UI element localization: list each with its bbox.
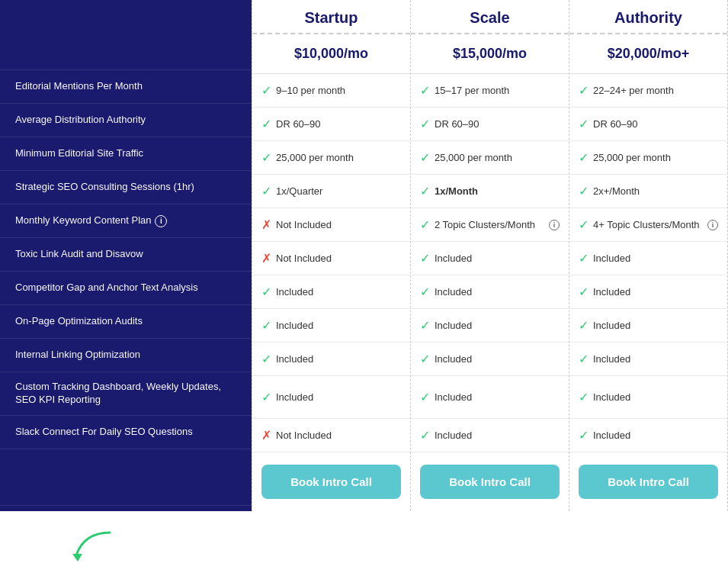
feature-label-tracking-dashboard: Custom Tracking Dashboard, Weekly Update… — [15, 381, 236, 407]
feature-rows: Editorial Mentions Per MonthAverage Dist… — [0, 31, 252, 506]
check-icon: ✓ — [579, 285, 588, 299]
check-icon: ✓ — [579, 150, 588, 165]
cell-text-startup-0: 9–10 per month — [276, 85, 401, 96]
check-icon: ✓ — [420, 184, 430, 198]
check-icon: ✓ — [261, 117, 271, 131]
check-icon: ✓ — [579, 184, 588, 198]
cell-text-authority-4: 4+ Topic Clusters/Month — [593, 219, 701, 230]
cell-text-startup-10: Not Included — [276, 430, 401, 441]
cross-icon: ✗ — [261, 217, 271, 232]
check-icon: ✓ — [261, 352, 271, 366]
check-icon: ✓ — [420, 428, 430, 442]
cell-text-scale-5: Included — [435, 253, 560, 264]
cell-text-scale-6: Included — [435, 286, 560, 298]
cell-text-scale-0: 15–17 per month — [435, 85, 560, 96]
page-wrapper: Editorial Mentions Per MonthAverage Dist… — [0, 0, 728, 576]
sidebar-title — [0, 0, 252, 31]
feature-row-seo-consulting: Strategic SEO Consulting Sessions (1hr) — [0, 171, 252, 204]
check-icon: ✓ — [420, 150, 430, 165]
book-btn-scale[interactable]: Book Intro Call — [420, 465, 560, 499]
plan-cell-scale-2: ✓25,000 per month — [411, 141, 569, 175]
plan-cell-startup-7: ✓Included — [252, 309, 410, 343]
cell-text-scale-9: Included — [435, 391, 560, 403]
book-btn-startup[interactable]: Book Intro Call — [261, 465, 401, 499]
plan-cell-scale-5: ✓Included — [411, 242, 569, 275]
check-icon: ✓ — [420, 83, 430, 98]
feature-row-internal-linking: Internal Linking Optimization — [0, 339, 252, 372]
sidebar-btn-spacer — [0, 449, 252, 506]
plan-cell-startup-3: ✓1x/Quarter — [252, 175, 410, 208]
cell-text-scale-3: 1x/Month — [435, 185, 560, 197]
feature-label-slack-connect: Slack Connect For Daily SEO Questions — [15, 426, 193, 439]
plan-cell-scale-8: ✓Included — [411, 343, 569, 376]
svg-marker-0 — [72, 554, 82, 562]
plan-cell-scale-0: ✓15–17 per month — [411, 74, 569, 108]
info-icon-keyword-content: i — [155, 215, 167, 227]
plan-cell-scale-7: ✓Included — [411, 309, 569, 343]
plan-price-authority: $20,000/mo+ — [569, 34, 727, 74]
plan-name-scale: Scale — [411, 0, 569, 34]
plan-cell-authority-7: ✓Included — [569, 309, 727, 343]
plan-cell-authority-0: ✓22–24+ per month — [569, 74, 727, 108]
cell-text-scale-7: Included — [435, 320, 560, 331]
feature-header-spacer — [0, 31, 252, 70]
plan-cell-scale-4: ✓2 Topic Clusters/Monthi — [411, 208, 569, 242]
feature-label-toxic-link: Toxic Link Audit and Disavow — [15, 248, 143, 261]
cell-text-authority-2: 25,000 per month — [593, 152, 718, 163]
check-icon: ✓ — [579, 117, 588, 131]
feature-label-onpage: On-Page Optimization Audits — [15, 315, 143, 328]
cell-text-authority-6: Included — [593, 286, 718, 298]
book-btn-authority[interactable]: Book Intro Call — [579, 465, 718, 499]
plan-cell-startup-10: ✗Not Included — [252, 419, 410, 452]
plan-cell-authority-6: ✓Included — [569, 275, 727, 309]
plan-cell-startup-6: ✓Included — [252, 275, 410, 309]
feature-label-authority: Average Distribution Authority — [15, 114, 146, 127]
plan-col-authority: Authority$20,000/mo+✓22–24+ per month✓DR… — [569, 0, 728, 511]
plan-cell-startup-2: ✓25,000 per month — [252, 141, 410, 175]
feature-row-competitor-gap: Competitor Gap and Anchor Text Analysis — [0, 272, 252, 305]
cell-info-icon-authority-4: i — [707, 220, 718, 230]
cell-text-scale-10: Included — [435, 430, 560, 441]
cell-text-startup-8: Included — [276, 353, 401, 365]
cell-text-startup-7: Included — [276, 320, 401, 331]
check-icon: ✓ — [261, 184, 271, 198]
cell-text-authority-3: 2x+/Month — [593, 185, 718, 197]
bottom-section: Hubt BigCOMMERCE crunchbase SocialMediaT… — [0, 511, 728, 576]
cell-text-authority-7: Included — [593, 320, 718, 331]
feature-label-keyword-content: Monthly Keyword Content Plan — [15, 214, 151, 227]
plan-price-startup: $10,000/mo — [252, 34, 410, 74]
check-icon: ✓ — [261, 150, 271, 165]
feature-label-internal-linking: Internal Linking Optimization — [15, 349, 140, 362]
plan-cell-scale-6: ✓Included — [411, 275, 569, 309]
plan-cell-startup-8: ✓Included — [252, 343, 410, 376]
cell-text-startup-9: Included — [276, 391, 401, 403]
plan-name-startup: Startup — [252, 0, 410, 34]
check-icon: ✓ — [579, 352, 588, 366]
cell-text-startup-2: 25,000 per month — [276, 152, 401, 163]
plan-cell-authority-10: ✓Included — [569, 419, 727, 452]
plan-cell-startup-4: ✗Not Included — [252, 208, 410, 242]
feature-row-authority: Average Distribution Authority — [0, 104, 252, 137]
check-icon: ✓ — [420, 217, 430, 232]
plan-name-authority: Authority — [569, 0, 727, 34]
feature-row-onpage: On-Page Optimization Audits — [0, 305, 252, 339]
check-icon: ✓ — [261, 390, 271, 404]
feature-row-keyword-content: Monthly Keyword Content Plani — [0, 204, 252, 238]
plan-cell-startup-9: ✓Included — [252, 376, 410, 419]
cell-text-authority-10: Included — [593, 430, 718, 441]
plan-cell-scale-3: ✓1x/Month — [411, 175, 569, 208]
cell-text-startup-6: Included — [276, 286, 401, 298]
check-icon: ✓ — [420, 390, 430, 404]
check-icon: ✓ — [420, 117, 430, 131]
check-icon: ✓ — [420, 352, 430, 366]
cross-icon: ✗ — [261, 251, 271, 265]
plan-cell-authority-9: ✓Included — [569, 376, 727, 419]
cell-text-scale-1: DR 60–90 — [435, 118, 560, 130]
plan-cell-authority-2: ✓25,000 per month — [569, 141, 727, 175]
feature-label-competitor-gap: Competitor Gap and Anchor Text Analysis — [15, 282, 198, 294]
cell-text-authority-1: DR 60–90 — [593, 118, 718, 130]
cell-text-authority-8: Included — [593, 353, 718, 365]
pricing-area: Startup$10,000/mo✓9–10 per month✓DR 60–9… — [252, 0, 728, 511]
feature-label-editorial: Editorial Mentions Per Month — [15, 80, 143, 93]
book-btn-cell-scale: Book Intro Call — [411, 452, 569, 511]
